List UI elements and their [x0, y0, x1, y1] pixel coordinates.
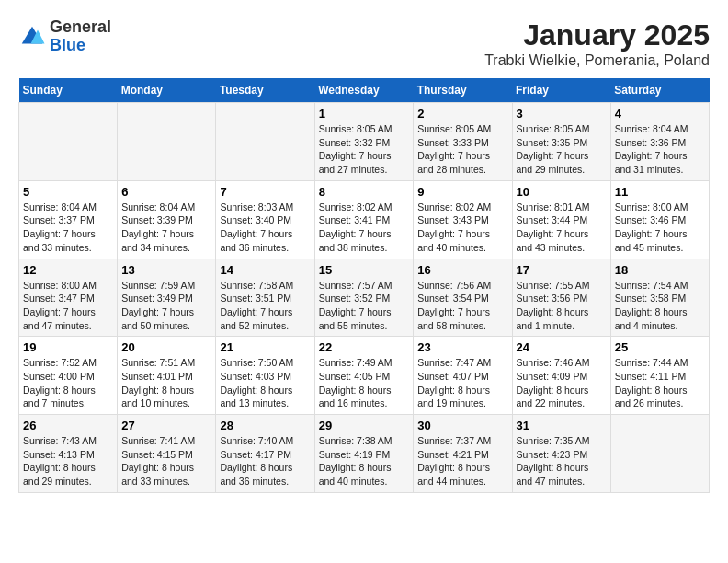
day-number: 5 [23, 185, 113, 199]
calendar-cell [216, 103, 314, 181]
day-number: 4 [615, 107, 705, 121]
weekday-header: Friday [512, 78, 610, 103]
day-info: Sunrise: 7:41 AM Sunset: 4:15 PM Dayligh… [121, 434, 211, 488]
calendar-cell: 31Sunrise: 7:35 AM Sunset: 4:23 PM Dayli… [512, 415, 610, 493]
day-number: 16 [417, 263, 507, 277]
calendar-cell: 12Sunrise: 8:00 AM Sunset: 3:47 PM Dayli… [19, 259, 118, 337]
calendar-cell: 15Sunrise: 7:57 AM Sunset: 3:52 PM Dayli… [314, 259, 414, 337]
calendar-cell: 27Sunrise: 7:41 AM Sunset: 4:15 PM Dayli… [118, 415, 216, 493]
calendar-week-row: 1Sunrise: 8:05 AM Sunset: 3:32 PM Daylig… [19, 103, 710, 181]
day-info: Sunrise: 7:55 AM Sunset: 3:56 PM Dayligh… [517, 279, 607, 333]
calendar-cell: 28Sunrise: 7:40 AM Sunset: 4:17 PM Dayli… [216, 415, 314, 493]
day-number: 21 [220, 340, 310, 354]
day-info: Sunrise: 8:05 AM Sunset: 3:35 PM Dayligh… [517, 122, 607, 177]
day-info: Sunrise: 8:04 AM Sunset: 3:39 PM Dayligh… [121, 201, 211, 255]
day-number: 24 [517, 340, 607, 354]
day-info: Sunrise: 7:44 AM Sunset: 4:11 PM Dayligh… [615, 356, 705, 410]
day-info: Sunrise: 7:52 AM Sunset: 4:00 PM Dayligh… [23, 356, 113, 410]
day-info: Sunrise: 7:47 AM Sunset: 4:07 PM Dayligh… [417, 356, 507, 410]
day-number: 10 [517, 185, 607, 199]
calendar-cell: 20Sunrise: 7:51 AM Sunset: 4:01 PM Dayli… [118, 337, 216, 415]
day-info: Sunrise: 8:03 AM Sunset: 3:40 PM Dayligh… [220, 201, 310, 255]
day-number: 28 [220, 419, 310, 432]
day-info: Sunrise: 8:00 AM Sunset: 3:47 PM Dayligh… [23, 279, 113, 333]
day-info: Sunrise: 7:59 AM Sunset: 3:49 PM Dayligh… [121, 279, 211, 333]
calendar-cell: 14Sunrise: 7:58 AM Sunset: 3:51 PM Dayli… [216, 259, 314, 337]
calendar-cell: 24Sunrise: 7:46 AM Sunset: 4:09 PM Dayli… [512, 337, 610, 415]
day-number: 1 [319, 107, 410, 121]
day-number: 12 [23, 263, 113, 277]
day-info: Sunrise: 8:04 AM Sunset: 3:37 PM Dayligh… [23, 201, 113, 255]
calendar-cell: 13Sunrise: 7:59 AM Sunset: 3:49 PM Dayli… [118, 259, 216, 337]
day-number: 31 [517, 419, 607, 432]
weekday-header: Sunday [19, 78, 118, 103]
day-info: Sunrise: 7:38 AM Sunset: 4:19 PM Dayligh… [319, 434, 410, 488]
logo-icon [18, 23, 46, 51]
day-number: 17 [517, 263, 607, 277]
calendar-cell: 1Sunrise: 8:05 AM Sunset: 3:32 PM Daylig… [314, 103, 414, 181]
weekday-header: Thursday [414, 78, 512, 103]
calendar-week-row: 12Sunrise: 8:00 AM Sunset: 3:47 PM Dayli… [19, 259, 710, 337]
calendar-cell: 9Sunrise: 8:02 AM Sunset: 3:43 PM Daylig… [414, 180, 512, 259]
day-info: Sunrise: 7:37 AM Sunset: 4:21 PM Dayligh… [417, 434, 507, 488]
calendar-cell: 19Sunrise: 7:52 AM Sunset: 4:00 PM Dayli… [19, 337, 118, 415]
day-info: Sunrise: 7:43 AM Sunset: 4:13 PM Dayligh… [23, 434, 113, 488]
logo: General Blue [18, 18, 111, 55]
calendar-cell: 4Sunrise: 8:04 AM Sunset: 3:36 PM Daylig… [610, 103, 709, 181]
day-number: 14 [220, 263, 310, 277]
day-number: 11 [615, 185, 705, 199]
calendar-cell: 6Sunrise: 8:04 AM Sunset: 3:39 PM Daylig… [118, 180, 216, 259]
weekday-header: Saturday [610, 78, 709, 103]
calendar-cell [118, 103, 216, 181]
day-number: 15 [319, 263, 410, 277]
day-number: 19 [23, 340, 113, 354]
day-number: 18 [615, 263, 705, 277]
day-number: 6 [121, 185, 211, 199]
calendar-cell [19, 103, 118, 181]
calendar-cell: 2Sunrise: 8:05 AM Sunset: 3:33 PM Daylig… [414, 103, 512, 181]
title-area: January 2025 Trabki Wielkie, Pomerania, … [484, 18, 710, 69]
page-header: General Blue January 2025 Trabki Wielkie… [18, 18, 710, 69]
day-info: Sunrise: 8:05 AM Sunset: 3:33 PM Dayligh… [417, 122, 507, 177]
day-info: Sunrise: 8:05 AM Sunset: 3:32 PM Dayligh… [319, 122, 410, 177]
calendar-cell: 25Sunrise: 7:44 AM Sunset: 4:11 PM Dayli… [610, 337, 709, 415]
day-number: 8 [319, 185, 410, 199]
weekday-header: Tuesday [216, 78, 314, 103]
calendar-cell: 11Sunrise: 8:00 AM Sunset: 3:46 PM Dayli… [610, 180, 709, 259]
logo-blue: Blue [50, 37, 111, 55]
calendar-cell: 10Sunrise: 8:01 AM Sunset: 3:44 PM Dayli… [512, 180, 610, 259]
calendar-cell: 30Sunrise: 7:37 AM Sunset: 4:21 PM Dayli… [414, 415, 512, 493]
day-info: Sunrise: 8:02 AM Sunset: 3:43 PM Dayligh… [417, 201, 507, 255]
day-info: Sunrise: 8:01 AM Sunset: 3:44 PM Dayligh… [517, 201, 607, 255]
day-number: 20 [121, 340, 211, 354]
weekday-header-row: SundayMondayTuesdayWednesdayThursdayFrid… [19, 78, 710, 103]
page-title: January 2025 [484, 18, 710, 52]
calendar-cell: 7Sunrise: 8:03 AM Sunset: 3:40 PM Daylig… [216, 180, 314, 259]
day-number: 2 [417, 107, 507, 121]
day-number: 7 [220, 185, 310, 199]
day-info: Sunrise: 7:58 AM Sunset: 3:51 PM Dayligh… [220, 279, 310, 333]
calendar-cell: 18Sunrise: 7:54 AM Sunset: 3:58 PM Dayli… [610, 259, 709, 337]
day-number: 23 [417, 340, 507, 354]
calendar-cell: 21Sunrise: 7:50 AM Sunset: 4:03 PM Dayli… [216, 337, 314, 415]
calendar-cell: 29Sunrise: 7:38 AM Sunset: 4:19 PM Dayli… [314, 415, 414, 493]
day-info: Sunrise: 7:40 AM Sunset: 4:17 PM Dayligh… [220, 434, 310, 488]
day-number: 9 [417, 185, 507, 199]
calendar-table: SundayMondayTuesdayWednesdayThursdayFrid… [18, 78, 710, 493]
day-info: Sunrise: 7:35 AM Sunset: 4:23 PM Dayligh… [517, 434, 607, 488]
day-number: 25 [615, 340, 705, 354]
calendar-week-row: 26Sunrise: 7:43 AM Sunset: 4:13 PM Dayli… [19, 415, 710, 493]
day-number: 3 [517, 107, 607, 121]
calendar-week-row: 19Sunrise: 7:52 AM Sunset: 4:00 PM Dayli… [19, 337, 710, 415]
weekday-header: Wednesday [314, 78, 414, 103]
day-number: 27 [121, 419, 211, 432]
day-number: 30 [417, 419, 507, 432]
day-number: 13 [121, 263, 211, 277]
day-info: Sunrise: 7:51 AM Sunset: 4:01 PM Dayligh… [121, 356, 211, 410]
calendar-week-row: 5Sunrise: 8:04 AM Sunset: 3:37 PM Daylig… [19, 180, 710, 259]
page-subtitle: Trabki Wielkie, Pomerania, Poland [484, 52, 710, 69]
logo-text: General Blue [50, 18, 111, 55]
calendar-cell: 17Sunrise: 7:55 AM Sunset: 3:56 PM Dayli… [512, 259, 610, 337]
calendar-cell: 8Sunrise: 8:02 AM Sunset: 3:41 PM Daylig… [314, 180, 414, 259]
day-number: 26 [23, 419, 113, 432]
